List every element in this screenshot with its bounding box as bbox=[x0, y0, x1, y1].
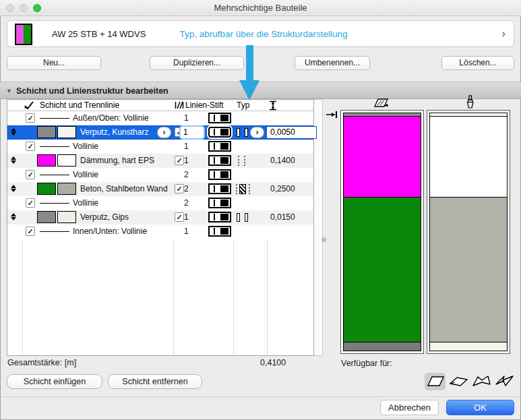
fill-color-swatch[interactable] bbox=[37, 154, 56, 167]
pen-preview-button[interactable] bbox=[208, 141, 231, 152]
separator-visibility-checkbox[interactable]: ✓ bbox=[26, 227, 35, 236]
thickness-value: 0,2500 bbox=[270, 182, 295, 196]
rename-button[interactable]: Umbenennen... bbox=[295, 56, 370, 70]
insert-skin-button[interactable]: Schicht einfügen bbox=[7, 374, 102, 389]
pen-number: 2 bbox=[184, 196, 189, 210]
separator-visibility-checkbox[interactable]: ✓ bbox=[26, 113, 35, 123]
pen-number: 1 bbox=[184, 224, 189, 239]
surface-preview-column[interactable] bbox=[427, 110, 510, 354]
new-button[interactable]: Neu... bbox=[7, 56, 101, 70]
surface-color-swatch[interactable] bbox=[57, 211, 76, 223]
pen-preview-button[interactable] bbox=[208, 169, 231, 180]
section-header[interactable]: ▼ Schicht und Linienstruktur bearbeiten bbox=[0, 82, 521, 99]
layer-row[interactable]: Dämmung, hart EPS✓10,1400 bbox=[7, 154, 313, 168]
layer-options-chevron[interactable]: › bbox=[157, 127, 171, 138]
fill-layer bbox=[344, 197, 421, 342]
cancel-button[interactable]: Abbrechen bbox=[380, 400, 439, 415]
separator-row[interactable]: ✓Innen/Unten: Vollinie1 bbox=[7, 224, 313, 239]
composite-name: AW 25 STB + 14 WDVS bbox=[52, 29, 146, 39]
separator-visibility-checkbox[interactable]: ✓ bbox=[26, 170, 35, 179]
skin-table: Schicht und Trennlinie Linien-Stift Typ … bbox=[7, 99, 314, 356]
delete-button[interactable]: Löschen... bbox=[441, 56, 514, 70]
layer-core-checkbox[interactable]: ✓ bbox=[175, 184, 184, 193]
column-name: Schicht und Trennlinie bbox=[40, 100, 119, 110]
slab-toggle-button[interactable] bbox=[448, 373, 468, 390]
fill-color-swatch[interactable] bbox=[37, 183, 56, 195]
separator-label: Vollinie bbox=[73, 196, 98, 210]
composite-selector[interactable]: AW 25 STB + 14 WDVS Typ, abrufbar über d… bbox=[7, 20, 514, 47]
layer-label: Verputz, Kunstharz bbox=[80, 125, 148, 140]
slab-icon bbox=[448, 373, 468, 389]
separator-row[interactable]: ✓Vollinie2 bbox=[7, 196, 313, 210]
row-reorder-handle[interactable] bbox=[10, 127, 17, 136]
separator-row[interactable]: ✓Vollinie2 bbox=[7, 168, 313, 182]
separator-label: Vollinie bbox=[73, 168, 98, 182]
layer-label: Verputz, Gips bbox=[80, 210, 129, 224]
pen-preview-button[interactable] bbox=[208, 226, 231, 237]
window-title: Mehrschichtige Bauteile bbox=[0, 3, 521, 13]
shell-toggle-button[interactable] bbox=[493, 373, 514, 390]
skin-check-icon bbox=[175, 100, 184, 110]
skin-type-icon bbox=[235, 212, 251, 222]
row-reorder-handle[interactable] bbox=[10, 212, 17, 221]
separator-row[interactable]: ✓Vollinie1 bbox=[7, 140, 313, 154]
surface-color-swatch[interactable] bbox=[57, 126, 76, 138]
pen-preview-button[interactable] bbox=[208, 183, 231, 194]
pen-number: 2 bbox=[184, 182, 189, 196]
pen-number: 1 bbox=[184, 210, 189, 224]
separator-row[interactable]: ✓Außen/Oben: Vollinie1 bbox=[7, 111, 313, 125]
ok-button[interactable]: OK bbox=[446, 400, 514, 415]
line-type-sample bbox=[40, 175, 69, 175]
separator-visibility-checkbox[interactable]: ✓ bbox=[26, 142, 35, 151]
annotation-text: Typ, abrufbar über die Strukturdarstellu… bbox=[142, 29, 385, 39]
pen-preview-button[interactable] bbox=[208, 127, 231, 138]
pen-preview-button[interactable] bbox=[208, 198, 231, 208]
separator-visibility-checkbox[interactable]: ✓ bbox=[26, 198, 35, 208]
skin-rows: ✓Außen/Oben: Vollinie1Verputz, Kunstharz… bbox=[7, 111, 313, 239]
pen-preview-button[interactable] bbox=[208, 212, 231, 222]
cut-fill-icon bbox=[373, 97, 390, 109]
footer-divider bbox=[0, 396, 521, 397]
pen-number: 1 bbox=[184, 111, 189, 125]
surface-color-swatch[interactable] bbox=[57, 183, 76, 195]
row-reorder-handle[interactable] bbox=[10, 156, 17, 164]
row-reorder-handle[interactable] bbox=[10, 184, 17, 193]
thickness-icon bbox=[269, 100, 277, 111]
fill-layer bbox=[344, 342, 421, 351]
line-type-sample bbox=[40, 146, 69, 147]
surface-color-swatch[interactable] bbox=[57, 154, 76, 167]
fill-layer bbox=[344, 116, 421, 197]
pen-preview-button[interactable] bbox=[208, 155, 231, 166]
type-options-chevron[interactable]: › bbox=[250, 127, 264, 138]
line-type-sample bbox=[40, 118, 69, 119]
layer-row[interactable]: Beton, Stahlbeton Wand✓20,2500 bbox=[7, 182, 313, 196]
pen-number: 1 bbox=[184, 154, 189, 168]
wall-toggle-button[interactable] bbox=[425, 373, 446, 390]
separator-label: Außen/Oben: Vollinie bbox=[73, 111, 149, 125]
splitter-handle[interactable] bbox=[321, 237, 326, 242]
fill-color-swatch[interactable] bbox=[37, 211, 56, 223]
fill-preview-column[interactable] bbox=[340, 110, 424, 354]
table-header: Schicht und Trennlinie Linien-Stift Typ bbox=[7, 100, 313, 111]
title-bar[interactable]: Mehrschichtige Bauteile bbox=[0, 0, 521, 16]
fill-color-swatch[interactable] bbox=[37, 126, 56, 138]
pen-preview-button[interactable] bbox=[208, 113, 231, 123]
separator-check-icon bbox=[24, 100, 34, 111]
layer-row[interactable]: Verputz, Gips✓10,0150 bbox=[7, 210, 313, 224]
remove-skin-button[interactable]: Schicht entfernen bbox=[108, 374, 202, 389]
surface-layer bbox=[430, 197, 507, 342]
skin-type-icon bbox=[235, 127, 251, 138]
layer-core-checkbox[interactable]: ✓ bbox=[175, 156, 184, 165]
layer-row[interactable]: Verputz, Kunstharz›✓1›0,0050 bbox=[7, 125, 313, 140]
duplicate-button[interactable]: Duplizieren... bbox=[150, 56, 244, 70]
chevron-right-icon: › bbox=[501, 27, 505, 40]
layer-core-checkbox[interactable]: ✓ bbox=[175, 212, 184, 222]
reference-line-marker-icon bbox=[326, 111, 340, 119]
roof-icon bbox=[471, 373, 491, 389]
disclosure-triangle-icon[interactable]: ▼ bbox=[6, 88, 12, 94]
roof-toggle-button[interactable] bbox=[470, 373, 491, 390]
total-thickness-value: 0,4100 bbox=[260, 358, 286, 367]
thickness-field[interactable]: 0,0050 bbox=[266, 126, 317, 139]
pen-number-field[interactable]: 1 bbox=[181, 127, 204, 138]
surface-layer bbox=[430, 342, 507, 351]
